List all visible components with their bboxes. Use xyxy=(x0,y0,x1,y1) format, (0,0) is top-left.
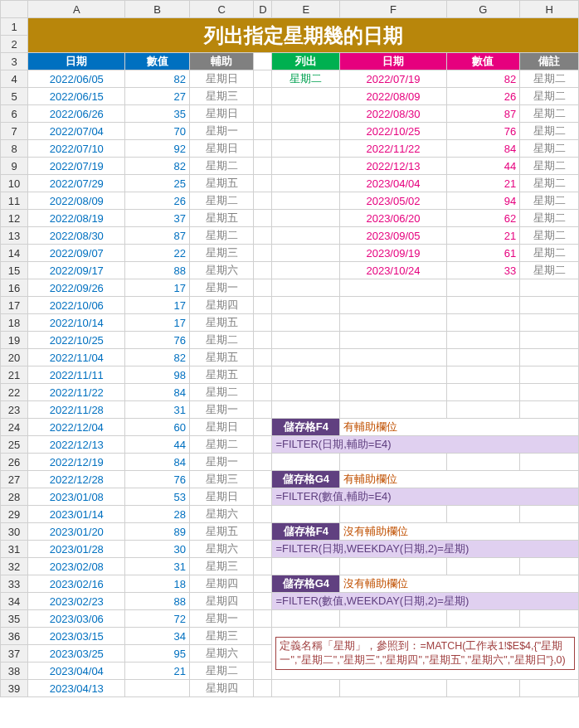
cell-value2[interactable] xyxy=(446,297,520,314)
cell-date2[interactable]: 2023/09/05 xyxy=(340,227,446,245)
cell-value[interactable]: 31 xyxy=(125,558,189,575)
cell-date[interactable]: 2023/02/08 xyxy=(28,558,125,575)
cell-value[interactable]: 82 xyxy=(125,70,189,88)
cell-value[interactable]: 30 xyxy=(125,541,189,558)
cell-value[interactable]: 31 xyxy=(125,401,189,419)
cell-date2[interactable] xyxy=(340,558,446,575)
row-header[interactable]: 36 xyxy=(1,628,28,645)
cell-date[interactable]: 2022/07/04 xyxy=(28,123,125,140)
row-header[interactable]: 34 xyxy=(1,593,28,610)
cell-aux[interactable]: 星期日 xyxy=(189,140,253,158)
cell-value[interactable]: 17 xyxy=(125,314,189,332)
row-header[interactable]: 18 xyxy=(1,314,28,332)
cell-remark[interactable] xyxy=(520,297,579,314)
cell-value[interactable]: 82 xyxy=(125,349,189,366)
cell-date2[interactable]: 2022/11/22 xyxy=(340,140,446,158)
cell-value2[interactable] xyxy=(446,454,520,471)
row-header[interactable]: 38 xyxy=(1,662,28,680)
cell-aux[interactable]: 星期五 xyxy=(189,366,253,384)
row-header[interactable]: 1 xyxy=(1,18,28,36)
cell-date[interactable]: 2022/08/30 xyxy=(28,227,125,245)
spreadsheet-grid[interactable]: ABCDEFGH1列出指定星期幾的日期23日期數值輔助列出日期數值備註42022… xyxy=(0,0,579,697)
cell-aux[interactable]: 星期一 xyxy=(189,401,253,419)
cell-date[interactable]: 2022/06/26 xyxy=(28,105,125,123)
cell-value[interactable]: 87 xyxy=(125,227,189,245)
row-header[interactable]: 22 xyxy=(1,384,28,401)
cell-value2[interactable] xyxy=(446,279,520,297)
cell-value[interactable]: 18 xyxy=(125,575,189,593)
cell-date[interactable]: 2022/09/07 xyxy=(28,245,125,262)
cell-remark[interactable]: 星期二 xyxy=(520,140,579,158)
row-header[interactable]: 39 xyxy=(1,680,28,697)
cell-value2[interactable]: 44 xyxy=(446,158,520,175)
row-header[interactable]: 3 xyxy=(1,53,28,70)
cell-date[interactable]: 2022/11/11 xyxy=(28,366,125,384)
cell-aux[interactable]: 星期四 xyxy=(189,575,253,593)
cell-aux[interactable]: 星期六 xyxy=(189,262,253,279)
cell-value[interactable]: 72 xyxy=(125,610,189,628)
cell-remark[interactable] xyxy=(520,454,579,471)
cell-remark[interactable]: 星期二 xyxy=(520,123,579,140)
cell-aux[interactable]: 星期六 xyxy=(189,506,253,523)
cell-date[interactable]: 2023/01/28 xyxy=(28,541,125,558)
row-header[interactable]: 29 xyxy=(1,506,28,523)
cell-aux[interactable]: 星期一 xyxy=(189,279,253,297)
cell-date2[interactable]: 2023/05/02 xyxy=(340,192,446,210)
cell-remark[interactable]: 星期二 xyxy=(520,262,579,279)
cell-value[interactable]: 28 xyxy=(125,506,189,523)
cell-remark[interactable] xyxy=(520,349,579,366)
row-header[interactable]: 7 xyxy=(1,123,28,140)
row-header[interactable]: 15 xyxy=(1,262,28,279)
cell-aux[interactable]: 星期三 xyxy=(189,628,253,645)
row-header[interactable]: 35 xyxy=(1,610,28,628)
cell-aux[interactable]: 星期日 xyxy=(189,419,253,436)
cell-value[interactable]: 88 xyxy=(125,262,189,279)
cell-value[interactable]: 44 xyxy=(125,436,189,454)
cell-date[interactable]: 2022/06/05 xyxy=(28,70,125,88)
cell-remark[interactable] xyxy=(520,384,579,401)
col-header-F[interactable]: F xyxy=(340,1,446,18)
cell-date[interactable]: 2023/01/14 xyxy=(28,506,125,523)
cell-date2[interactable] xyxy=(340,366,446,384)
cell-value2[interactable]: 61 xyxy=(446,245,520,262)
cell-value2[interactable] xyxy=(446,401,520,419)
cell-value2[interactable]: 21 xyxy=(446,175,520,192)
cell-remark[interactable] xyxy=(520,506,579,523)
cell-remark[interactable] xyxy=(520,401,579,419)
cell-value[interactable]: 95 xyxy=(125,645,189,662)
row-header[interactable]: 14 xyxy=(1,245,28,262)
cell-remark[interactable]: 星期二 xyxy=(520,105,579,123)
cell-value2[interactable]: 87 xyxy=(446,105,520,123)
cell-date2[interactable] xyxy=(340,680,446,697)
cell-date[interactable]: 2023/01/08 xyxy=(28,488,125,506)
cell-date[interactable]: 2023/03/06 xyxy=(28,610,125,628)
cell-date[interactable]: 2022/11/28 xyxy=(28,401,125,419)
row-header[interactable]: 21 xyxy=(1,366,28,384)
cell-aux[interactable]: 星期三 xyxy=(189,471,253,488)
cell-date2[interactable]: 2022/10/25 xyxy=(340,123,446,140)
row-header[interactable]: 8 xyxy=(1,140,28,158)
cell-date[interactable]: 2022/12/19 xyxy=(28,454,125,471)
cell-date[interactable]: 2023/03/25 xyxy=(28,645,125,662)
cell-value2[interactable]: 33 xyxy=(446,262,520,279)
cell-value2[interactable]: 26 xyxy=(446,88,520,105)
cell-remark[interactable] xyxy=(520,314,579,332)
cell-remark[interactable]: 星期二 xyxy=(520,70,579,88)
cell-value[interactable]: 84 xyxy=(125,454,189,471)
row-header[interactable]: 9 xyxy=(1,158,28,175)
cell-value2[interactable] xyxy=(446,332,520,349)
row-header[interactable]: 10 xyxy=(1,175,28,192)
filter-weekday[interactable]: 星期二 xyxy=(272,70,340,88)
cell-aux[interactable]: 星期二 xyxy=(189,227,253,245)
cell-value[interactable]: 76 xyxy=(125,332,189,349)
cell-aux[interactable]: 星期四 xyxy=(189,593,253,610)
cell-date[interactable]: 2022/10/14 xyxy=(28,314,125,332)
cell-value[interactable]: 26 xyxy=(125,192,189,210)
row-header[interactable]: 17 xyxy=(1,297,28,314)
row-header[interactable]: 5 xyxy=(1,88,28,105)
row-header[interactable]: 31 xyxy=(1,541,28,558)
cell-value[interactable]: 34 xyxy=(125,628,189,645)
cell-value[interactable]: 82 xyxy=(125,158,189,175)
cell-value2[interactable] xyxy=(446,384,520,401)
cell-value[interactable]: 17 xyxy=(125,297,189,314)
